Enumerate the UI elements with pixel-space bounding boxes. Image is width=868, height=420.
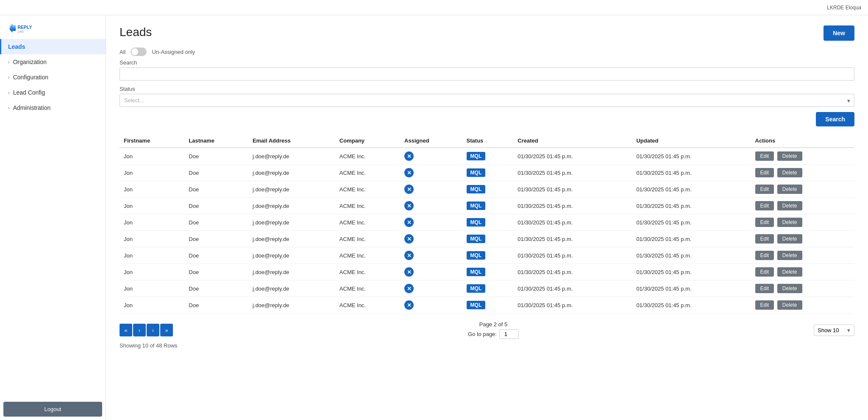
edit-button[interactable]: Edit: [755, 185, 774, 194]
cell-firstname: Jon: [120, 198, 184, 214]
table-row: Jon Doe j.doe@reply.de ACME Inc. ✕ MQL 0…: [120, 247, 854, 264]
sidebar-item-administration[interactable]: › Administration: [0, 100, 106, 115]
search-btn-row: Search: [120, 112, 854, 126]
svg-text:REPLY: REPLY: [18, 25, 32, 30]
cell-updated: 01/30/2025 01:45 p.m.: [632, 231, 751, 247]
col-status: Status: [462, 134, 514, 148]
cell-company: ACME Inc.: [335, 264, 400, 280]
delete-button[interactable]: Delete: [777, 201, 802, 210]
edit-button[interactable]: Edit: [755, 284, 774, 293]
sidebar-top: REPLY LIKE Leads › Organization › Config…: [0, 15, 106, 115]
assigned-icon: ✕: [404, 234, 414, 244]
page-title: Leads: [120, 25, 152, 39]
status-badge: MQL: [467, 168, 486, 177]
cell-lastname: Doe: [184, 148, 248, 165]
edit-button[interactable]: Edit: [755, 151, 774, 161]
status-badge: MQL: [467, 251, 486, 260]
assigned-icon: ✕: [404, 251, 414, 260]
edit-button[interactable]: Edit: [755, 168, 774, 177]
table-row: Jon Doe j.doe@reply.de ACME Inc. ✕ MQL 0…: [120, 297, 854, 314]
unassigned-toggle[interactable]: [131, 48, 147, 56]
logo: REPLY LIKE: [0, 15, 106, 39]
sidebar: REPLY LIKE Leads › Organization › Config…: [0, 15, 106, 420]
col-email: Email Address: [248, 134, 335, 148]
col-assigned: Assigned: [400, 134, 462, 148]
delete-button[interactable]: Delete: [777, 185, 802, 194]
cell-created: 01/30/2025 01:45 p.m.: [513, 280, 632, 297]
cell-email: j.doe@reply.de: [248, 231, 335, 247]
next-page-button[interactable]: ›: [147, 324, 159, 336]
search-section: Search: [120, 59, 854, 81]
cell-firstname: Jon: [120, 165, 184, 181]
cell-assigned: ✕: [400, 181, 462, 198]
delete-button[interactable]: Delete: [777, 151, 802, 161]
table-row: Jon Doe j.doe@reply.de ACME Inc. ✕ MQL 0…: [120, 181, 854, 198]
logout-button[interactable]: Logout: [3, 402, 102, 417]
delete-button[interactable]: Delete: [777, 284, 802, 293]
status-select[interactable]: Select... MQL SQL SAL: [120, 94, 854, 107]
cell-company: ACME Inc.: [335, 280, 400, 297]
status-label: Status: [120, 86, 854, 92]
delete-button[interactable]: Delete: [777, 251, 802, 260]
cell-firstname: Jon: [120, 148, 184, 165]
cell-status: MQL: [462, 297, 514, 314]
cell-updated: 01/30/2025 01:45 p.m.: [632, 165, 751, 181]
cell-company: ACME Inc.: [335, 198, 400, 214]
main-header: Leads New: [120, 25, 854, 41]
table-row: Jon Doe j.doe@reply.de ACME Inc. ✕ MQL 0…: [120, 198, 854, 214]
show-per-page-select[interactable]: Show 10 Show 25 Show 50 Show 100: [814, 325, 854, 336]
cell-lastname: Doe: [184, 214, 248, 231]
top-bar: LKRDE Eloqua: [0, 0, 868, 15]
search-input[interactable]: [120, 67, 854, 81]
cell-firstname: Jon: [120, 214, 184, 231]
col-lastname: Lastname: [184, 134, 248, 148]
app-body: REPLY LIKE Leads › Organization › Config…: [0, 15, 868, 420]
sidebar-item-lead-config[interactable]: › Lead Config: [0, 85, 106, 100]
status-badge: MQL: [467, 202, 486, 210]
table-row: Jon Doe j.doe@reply.de ACME Inc. ✕ MQL 0…: [120, 165, 854, 181]
first-page-button[interactable]: «: [120, 324, 132, 336]
cell-firstname: Jon: [120, 264, 184, 280]
cell-firstname: Jon: [120, 280, 184, 297]
edit-button[interactable]: Edit: [755, 201, 774, 210]
pagination-row: « ‹ › » Page 2 of 5 Go to page: Show 10 …: [120, 321, 854, 339]
showing-text: Showing 10 of 48 Rows: [120, 342, 854, 349]
cell-email: j.doe@reply.de: [248, 280, 335, 297]
cell-actions: Edit Delete: [751, 247, 855, 264]
delete-button[interactable]: Delete: [777, 168, 802, 177]
goto-input[interactable]: [499, 329, 519, 339]
sidebar-item-leads[interactable]: Leads: [0, 39, 106, 54]
cell-email: j.doe@reply.de: [248, 181, 335, 198]
delete-button[interactable]: Delete: [777, 267, 802, 277]
table-body: Jon Doe j.doe@reply.de ACME Inc. ✕ MQL 0…: [120, 148, 854, 314]
status-badge: MQL: [467, 268, 486, 276]
search-button[interactable]: Search: [816, 112, 854, 126]
delete-button[interactable]: Delete: [777, 234, 802, 244]
cell-company: ACME Inc.: [335, 231, 400, 247]
cell-lastname: Doe: [184, 297, 248, 314]
edit-button[interactable]: Edit: [755, 267, 774, 277]
cell-company: ACME Inc.: [335, 148, 400, 165]
cell-status: MQL: [462, 247, 514, 264]
sidebar-item-organization[interactable]: › Organization: [0, 54, 106, 70]
delete-button[interactable]: Delete: [777, 300, 802, 310]
edit-button[interactable]: Edit: [755, 234, 774, 244]
sidebar-item-configuration[interactable]: › Configuration: [0, 70, 106, 85]
prev-page-button[interactable]: ‹: [133, 324, 146, 336]
edit-button[interactable]: Edit: [755, 300, 774, 310]
cell-status: MQL: [462, 198, 514, 214]
cell-email: j.doe@reply.de: [248, 165, 335, 181]
cell-updated: 01/30/2025 01:45 p.m.: [632, 280, 751, 297]
cell-assigned: ✕: [400, 148, 462, 165]
cell-firstname: Jon: [120, 231, 184, 247]
cell-created: 01/30/2025 01:45 p.m.: [513, 181, 632, 198]
cell-created: 01/30/2025 01:45 p.m.: [513, 198, 632, 214]
new-button[interactable]: New: [823, 25, 854, 41]
assigned-icon: ✕: [404, 201, 414, 210]
edit-button[interactable]: Edit: [755, 218, 774, 227]
edit-button[interactable]: Edit: [755, 251, 774, 260]
last-page-button[interactable]: »: [160, 324, 173, 336]
cell-status: MQL: [462, 148, 514, 165]
cell-updated: 01/30/2025 01:45 p.m.: [632, 297, 751, 314]
delete-button[interactable]: Delete: [777, 218, 802, 227]
